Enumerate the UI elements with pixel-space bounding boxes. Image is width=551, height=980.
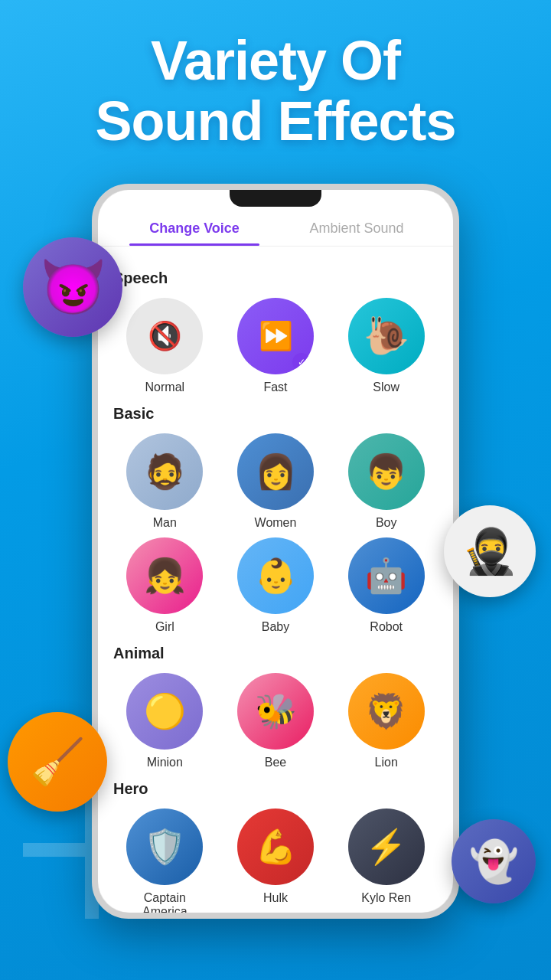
kylo-icon: ⚡ xyxy=(365,827,407,867)
robot-icon: 🤖 xyxy=(365,556,407,596)
boy-icon: 👦 xyxy=(365,452,407,492)
voice-item-robot[interactable]: 🤖 Robot xyxy=(334,537,438,634)
section-hero-label: Hero xyxy=(113,780,438,798)
hero-grid: 🛡️ CaptainAmerica 💪 Hulk ⚡ xyxy=(113,808,438,913)
women-label: Women xyxy=(255,516,297,530)
title-line1: Variety Of xyxy=(31,31,520,91)
basic-row2: 👧 Girl 👶 Baby 🤖 Robot xyxy=(113,537,438,634)
tab-change-voice[interactable]: Change Voice xyxy=(113,213,276,246)
float-ninja-icon: 🥷 xyxy=(444,505,536,597)
lion-icon: 🦁 xyxy=(365,691,407,731)
voice-item-minion[interactable]: 🟡 Minion xyxy=(113,673,217,769)
lion-circle: 🦁 xyxy=(348,673,425,750)
voice-item-captain[interactable]: 🛡️ CaptainAmerica xyxy=(113,808,217,913)
phone-screen[interactable]: Change Voice Ambient Sound Speech 🔇 Norm… xyxy=(98,190,453,913)
lion-label: Lion xyxy=(375,756,398,769)
section-animal-label: Animal xyxy=(113,645,438,662)
voice-item-boy[interactable]: 👦 Boy xyxy=(334,433,438,530)
man-icon: 🧔 xyxy=(144,452,186,492)
minion-icon: 🟡 xyxy=(144,691,186,731)
minion-circle: 🟡 xyxy=(126,673,203,750)
bee-circle: 🐝 xyxy=(237,673,314,750)
captain-circle: 🛡️ xyxy=(126,808,203,885)
hulk-label: Hulk xyxy=(263,891,288,905)
bee-icon: 🐝 xyxy=(255,691,297,731)
robot-label: Robot xyxy=(370,620,403,634)
hulk-circle: 💪 xyxy=(237,808,314,885)
women-icon: 👩 xyxy=(255,452,297,492)
voice-item-bee[interactable]: 🐝 Bee xyxy=(224,673,328,769)
women-circle: 👩 xyxy=(237,433,314,510)
captain-icon: 🛡️ xyxy=(144,827,186,867)
voice-label-normal: Normal xyxy=(145,381,185,394)
girl-icon: 👧 xyxy=(144,556,186,596)
robot-circle: 🤖 xyxy=(348,537,425,614)
fast-icon: ⏩ xyxy=(259,320,293,352)
minion-label: Minion xyxy=(147,756,183,769)
voice-item-women[interactable]: 👩 Women xyxy=(224,433,328,530)
baby-label: Baby xyxy=(262,620,289,634)
kylo-circle: ⚡ xyxy=(348,808,425,885)
voice-item-hulk[interactable]: 💪 Hulk xyxy=(224,808,328,913)
voice-label-slow: Slow xyxy=(373,381,399,394)
float-ghost-icon: 👻 xyxy=(452,819,536,903)
bee-label: Bee xyxy=(265,756,286,769)
kylo-label: Kylo Ren xyxy=(361,891,411,905)
voice-content: Speech 🔇 Normal ⏩ ✓ xyxy=(98,247,453,913)
girl-circle: 👧 xyxy=(126,537,203,614)
voice-item-fast[interactable]: ⏩ ✓ Fast xyxy=(224,298,328,394)
voice-item-lion[interactable]: 🦁 Lion xyxy=(334,673,438,769)
tab-ambient-sound[interactable]: Ambient Sound xyxy=(276,213,438,246)
speaker-icon: 🔇 xyxy=(148,320,182,352)
voice-label-fast: Fast xyxy=(263,381,287,394)
voice-item-kylo[interactable]: ⚡ Kylo Ren xyxy=(334,808,438,913)
speech-grid: 🔇 Normal ⏩ ✓ Fast xyxy=(113,298,438,394)
section-basic-label: Basic xyxy=(113,405,438,423)
phone-notch xyxy=(230,190,321,207)
title-line2: Sound Effects xyxy=(31,91,520,152)
check-badge: ✓ xyxy=(292,353,311,371)
voice-circle-normal: 🔇 xyxy=(126,298,203,374)
man-circle: 🧔 xyxy=(126,433,203,510)
voice-circle-fast: ⏩ ✓ xyxy=(237,298,314,374)
man-label: Man xyxy=(153,516,177,530)
basic-row1: 🧔 Man 👩 Women 👦 Boy xyxy=(113,433,438,530)
girl-label: Girl xyxy=(155,620,174,634)
animal-grid: 🟡 Minion 🐝 Bee 🦁 Lion xyxy=(113,673,438,769)
voice-item-baby[interactable]: 👶 Baby xyxy=(224,537,328,634)
baby-icon: 👶 xyxy=(255,556,297,596)
captain-label: CaptainAmerica xyxy=(142,891,187,913)
phone-mockup: Change Voice Ambient Sound Speech 🔇 Norm… xyxy=(92,184,459,919)
float-devil-icon: 😈 xyxy=(23,237,122,337)
snail-icon: 🐌 xyxy=(364,315,409,358)
hulk-icon: 💪 xyxy=(255,827,297,867)
baby-circle: 👶 xyxy=(237,537,314,614)
boy-label: Boy xyxy=(376,516,397,530)
hero-title: Variety Of Sound Effects xyxy=(0,0,551,167)
voice-circle-slow: 🐌 xyxy=(348,298,425,374)
voice-item-normal[interactable]: 🔇 Normal xyxy=(113,298,217,394)
voice-item-slow[interactable]: 🐌 Slow xyxy=(334,298,438,394)
boy-circle: 👦 xyxy=(348,433,425,510)
voice-item-man[interactable]: 🧔 Man xyxy=(113,433,217,530)
float-eraser-icon: 🧹 xyxy=(8,712,107,812)
section-speech-label: Speech xyxy=(113,270,438,287)
voice-item-girl[interactable]: 👧 Girl xyxy=(113,537,217,634)
